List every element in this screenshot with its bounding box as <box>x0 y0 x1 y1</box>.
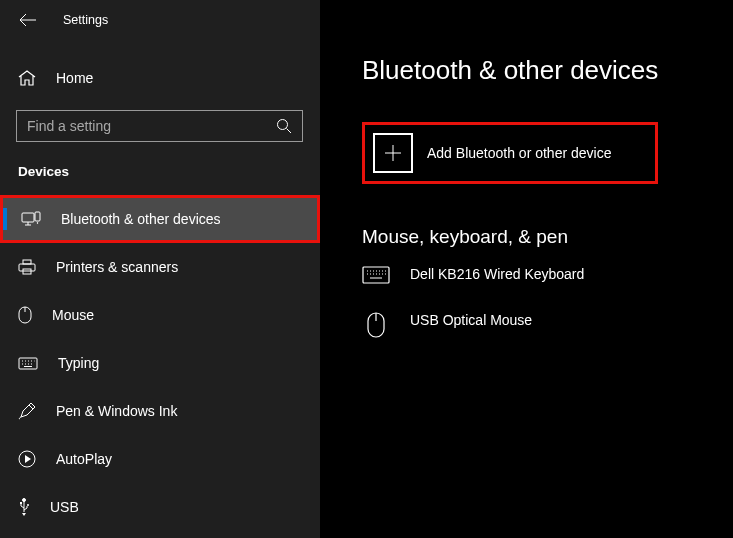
search-container <box>0 100 320 142</box>
add-device-label: Add Bluetooth or other device <box>427 145 611 161</box>
pen-icon <box>18 402 36 420</box>
device-item-mouse[interactable]: USB Optical Mouse <box>362 312 733 338</box>
svg-rect-5 <box>23 260 31 264</box>
search-field[interactable] <box>27 118 267 134</box>
nav-item-mouse[interactable]: Mouse <box>0 291 320 339</box>
device-label: USB Optical Mouse <box>410 312 532 328</box>
search-input[interactable] <box>16 110 303 142</box>
device-item-keyboard[interactable]: Dell KB216 Wired Keyboard <box>362 266 733 284</box>
page-title: Bluetooth & other devices <box>362 55 733 86</box>
nav-item-pen[interactable]: Pen & Windows Ink <box>0 387 320 435</box>
keyboard-icon <box>362 266 390 284</box>
window-title: Settings <box>63 13 108 27</box>
add-device-button[interactable]: Add Bluetooth or other device <box>362 122 658 184</box>
svg-rect-1 <box>22 213 34 222</box>
keyboard-icon <box>18 357 38 370</box>
printer-icon <box>18 259 36 275</box>
devices-icon <box>21 211 41 227</box>
nav-label: USB <box>50 499 79 515</box>
sidebar: Settings Home Devices Bluetooth & other … <box>0 0 320 538</box>
active-accent <box>3 208 7 230</box>
back-icon[interactable] <box>19 13 37 27</box>
home-icon <box>18 70 36 86</box>
nav-item-bluetooth[interactable]: Bluetooth & other devices <box>0 195 320 243</box>
mouse-icon <box>18 306 32 324</box>
autoplay-icon <box>18 450 36 468</box>
svg-point-3 <box>37 223 38 224</box>
section-label: Devices <box>0 142 320 187</box>
main-panel: Bluetooth & other devices Add Bluetooth … <box>320 0 733 538</box>
device-label: Dell KB216 Wired Keyboard <box>410 266 584 282</box>
nav-item-printers[interactable]: Printers & scanners <box>0 243 320 291</box>
svg-point-0 <box>278 120 288 130</box>
nav-label: Bluetooth & other devices <box>61 211 221 227</box>
mouse-icon <box>362 312 390 338</box>
section-title: Mouse, keyboard, & pen <box>362 226 733 248</box>
nav-label: Typing <box>58 355 99 371</box>
plus-icon <box>373 133 413 173</box>
svg-rect-2 <box>35 212 40 221</box>
svg-rect-4 <box>19 264 35 271</box>
usb-icon <box>18 497 30 517</box>
nav-label: Printers & scanners <box>56 259 178 275</box>
nav-list: Bluetooth & other devices Printers & sca… <box>0 195 320 531</box>
nav-item-usb[interactable]: USB <box>0 483 320 531</box>
svg-point-12 <box>27 504 29 506</box>
search-icon <box>276 118 292 134</box>
nav-label: Mouse <box>52 307 94 323</box>
nav-label: Pen & Windows Ink <box>56 403 177 419</box>
svg-rect-11 <box>20 502 22 504</box>
nav-item-autoplay[interactable]: AutoPlay <box>0 435 320 483</box>
nav-item-typing[interactable]: Typing <box>0 339 320 387</box>
home-button[interactable]: Home <box>0 56 320 100</box>
home-label: Home <box>56 70 93 86</box>
svg-rect-13 <box>363 267 389 283</box>
titlebar: Settings <box>0 0 320 40</box>
nav-label: AutoPlay <box>56 451 112 467</box>
